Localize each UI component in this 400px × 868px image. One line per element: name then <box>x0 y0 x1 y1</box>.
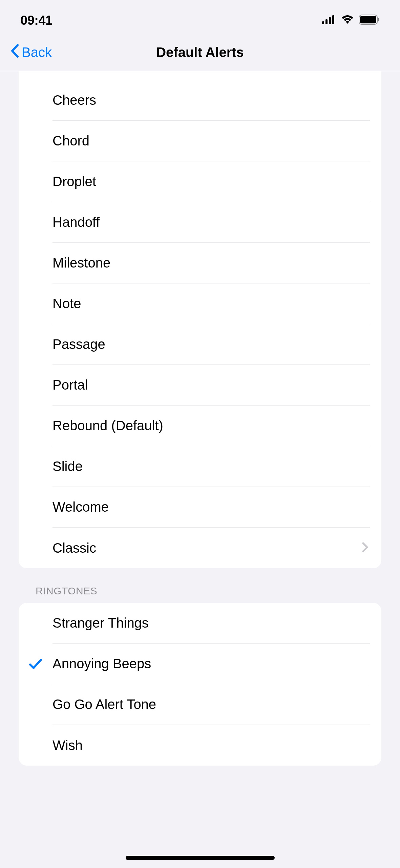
list-item[interactable]: Stranger Things <box>19 603 381 644</box>
list-item[interactable]: Slide <box>19 446 381 487</box>
status-time: 09:41 <box>20 13 52 28</box>
item-label: Milestone <box>52 255 110 271</box>
list-item[interactable]: Wish <box>19 725 381 766</box>
list-item[interactable]: Handoff <box>19 202 381 243</box>
item-label: Cheers <box>52 93 96 108</box>
alerts-section: CheersChordDropletHandoffMilestoneNotePa… <box>19 71 381 568</box>
back-button[interactable]: Back <box>10 44 52 61</box>
chevron-left-icon <box>10 44 20 61</box>
item-label: Chord <box>52 133 89 149</box>
list-item[interactable]: Annoying Beeps <box>19 644 381 684</box>
list-item[interactable]: Welcome <box>19 487 381 528</box>
list-item[interactable]: Passage <box>19 324 381 365</box>
item-label: Rebound (Default) <box>52 418 163 433</box>
item-label: Annoying Beeps <box>52 656 151 671</box>
back-label: Back <box>22 45 52 60</box>
svg-rect-6 <box>378 18 379 21</box>
svg-rect-1 <box>325 19 328 24</box>
list-item[interactable]: Cheers <box>19 80 381 121</box>
ringtones-section: Stranger ThingsAnnoying BeepsGo Go Alert… <box>19 603 381 766</box>
checkmark-icon <box>19 657 52 671</box>
item-label: Wish <box>52 738 83 753</box>
item-label: Note <box>52 296 81 311</box>
list-item[interactable]: Classic <box>19 528 381 568</box>
item-label: Droplet <box>52 174 96 189</box>
list-item[interactable]: Rebound (Default) <box>19 406 381 446</box>
home-indicator <box>126 856 275 860</box>
chevron-right-icon <box>362 542 369 554</box>
battery-icon <box>359 15 380 26</box>
status-icons <box>322 15 380 26</box>
list-item[interactable]: Note <box>19 283 381 324</box>
ringtones-header: Ringtones <box>19 568 381 603</box>
cellular-icon <box>322 15 336 25</box>
nav-bar: Back Default Alerts <box>0 37 400 71</box>
status-bar: 09:41 <box>0 0 400 37</box>
svg-rect-5 <box>360 16 376 23</box>
svg-rect-2 <box>329 17 331 24</box>
list-item[interactable]: Chord <box>19 121 381 161</box>
page-title: Default Alerts <box>156 45 244 60</box>
item-label: Stranger Things <box>52 615 149 631</box>
item-label: Handoff <box>52 215 100 230</box>
svg-rect-0 <box>322 21 324 24</box>
item-label: Portal <box>52 377 88 393</box>
item-label: Passage <box>52 337 105 352</box>
wifi-icon <box>341 15 354 26</box>
item-label: Welcome <box>52 499 109 515</box>
list-item[interactable]: Milestone <box>19 243 381 283</box>
item-label: Slide <box>52 459 83 474</box>
item-label: Classic <box>52 540 96 556</box>
item-label: Go Go Alert Tone <box>52 697 156 712</box>
list-item[interactable]: Portal <box>19 365 381 406</box>
svg-rect-3 <box>332 15 334 24</box>
list-item[interactable]: Droplet <box>19 161 381 202</box>
list-item[interactable]: Go Go Alert Tone <box>19 684 381 725</box>
